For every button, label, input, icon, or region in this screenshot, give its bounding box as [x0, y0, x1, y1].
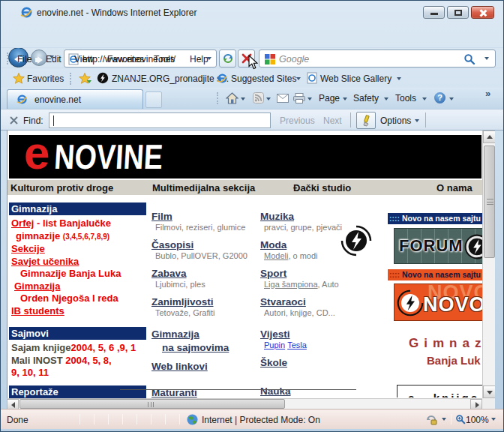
sidebar-item-orfej[interactable]: Orfej - list Banjalučke — [11, 218, 146, 230]
safety-dropdown-icon[interactable] — [384, 98, 388, 100]
nav-o-nama[interactable]: O nama — [436, 182, 472, 194]
safety-menu-button[interactable]: Safety — [353, 93, 379, 104]
menu-view[interactable]: View — [71, 52, 97, 66]
title-bar[interactable]: enovine.net - Windows Internet Explorer — [1, 1, 504, 23]
menu-tools[interactable]: Tools — [151, 52, 178, 66]
sidebar-item-sajam-knjige[interactable]: Sajam knjige2004, 5, 6 ,9, 1 — [11, 342, 146, 355]
tools-dropdown-icon[interactable] — [422, 98, 427, 100]
scroll-left-button[interactable] — [7, 399, 19, 410]
help-dropdown-icon[interactable] — [449, 98, 454, 100]
tab-bar: enovine.net Page Safety Tools — [1, 88, 504, 109]
security-refresh-icon[interactable] — [425, 414, 437, 426]
page-menu-button[interactable]: Page — [319, 93, 340, 104]
link-zanimljivosti[interactable]: Zanimljivosti — [152, 296, 214, 308]
feeds-dropdown-icon[interactable] — [266, 98, 271, 100]
favorites-link-znanje[interactable]: ZNANJE.ORG_pronadjite s... — [112, 74, 229, 84]
link-muzika[interactable]: Muzika — [260, 211, 294, 222]
scroll-down-button[interactable] — [483, 386, 496, 398]
find-next-button[interactable]: Next — [323, 116, 342, 126]
help-icon[interactable]: ? — [434, 92, 446, 104]
link-zabava[interactable]: Zabava — [152, 268, 187, 279]
favorites-link-web-slice-gallery[interactable]: Web Slice Gallery — [320, 74, 392, 84]
sidebar-item-mali-inost[interactable]: Mali INOST 2004, 5, 8, — [11, 355, 146, 368]
link-stvaraoci[interactable]: Stvaraoci — [260, 296, 306, 308]
print-dropdown-icon[interactable] — [308, 98, 312, 100]
nav-multimedijalna[interactable]: Multimedijalna sekcija — [152, 182, 255, 194]
close-button[interactable] — [471, 6, 494, 19]
find-close-icon[interactable] — [10, 116, 18, 124]
sidebar-item-gimnazije[interactable]: gimnazije (3,4,5,6,7,8,9) — [11, 230, 146, 244]
toolbar-grip[interactable] — [7, 52, 9, 64]
tools-menu-button[interactable]: Tools — [395, 93, 416, 104]
find-options-dropdown-icon[interactable] — [415, 119, 419, 122]
vertical-scrollbar[interactable] — [482, 130, 495, 398]
home-dropdown-icon[interactable] — [241, 98, 245, 100]
link-tesla[interactable]: Tesla — [287, 340, 307, 350]
link-casopisi[interactable]: Časopisi — [152, 239, 194, 250]
rss-feed-icon[interactable] — [253, 92, 264, 104]
favorites-link-suggested-sites[interactable]: Suggested Sites — [231, 74, 296, 84]
horizontal-scrollbar[interactable] — [7, 398, 482, 409]
link-sport[interactable]: Sport — [260, 268, 286, 279]
link-gimnazija[interactable]: Gimnazija — [152, 328, 200, 340]
toolbar-grip[interactable] — [217, 92, 219, 104]
page-dropdown-icon[interactable] — [343, 98, 347, 100]
zoom-magnifier-icon[interactable] — [455, 414, 466, 424]
sidebar-links: Orfej - list Banjalučke gimnazije (3,4,5… — [9, 215, 146, 317]
link-web-linkovi[interactable]: Web linkovi — [152, 361, 208, 372]
sidebar-item-gimnazije-banja-luka[interactable]: Gimnazije Banja Luka — [11, 268, 146, 280]
sidebar-item-sekcije[interactable]: Sekcije — [11, 243, 146, 256]
menu-favorites[interactable]: Favorites — [104, 52, 147, 66]
partial-banner[interactable]: e - knjige — [397, 385, 482, 398]
print-icon[interactable] — [293, 93, 305, 104]
link-liga-sampiona[interactable]: Liga šampiona — [264, 280, 318, 289]
link-film[interactable]: Film — [152, 211, 172, 222]
forum-banner[interactable]: FORUM — [394, 228, 482, 264]
nav-djacki-studio[interactable]: Đački studio — [293, 182, 351, 194]
home-icon[interactable] — [226, 92, 238, 104]
scroll-up-button[interactable] — [483, 130, 496, 143]
sport-subtext: Liga šampiona, Auto — [260, 280, 382, 290]
add-favorite-icon[interactable] — [79, 73, 92, 84]
security-dropdown-icon[interactable] — [442, 418, 446, 421]
web-slice-dropdown-icon[interactable] — [397, 77, 401, 80]
find-input[interactable] — [49, 112, 271, 128]
suggested-sites-dropdown-icon[interactable] — [296, 77, 301, 80]
menu-help[interactable]: Help — [187, 52, 212, 66]
find-previous-button[interactable]: Previous — [280, 116, 315, 126]
site-logo-banner[interactable]: e NOVINE — [9, 135, 482, 178]
toolbar-overflow-chevron[interactable]: » — [485, 88, 490, 99]
zoom-level[interactable]: 100% — [466, 415, 489, 425]
vertical-scroll-thumb[interactable] — [484, 146, 495, 258]
novo-banner[interactable]: NOVO NOVO — [394, 284, 482, 321]
horizontal-scroll-thumb[interactable] — [20, 399, 285, 409]
link-skole[interactable]: Škole — [260, 357, 287, 368]
nav-kulturom[interactable]: Kulturom protiv droge — [10, 182, 113, 194]
link-na-sajmovima[interactable]: na sajmovima — [162, 342, 229, 353]
new-tab-stub[interactable] — [146, 92, 162, 108]
maximize-button[interactable] — [447, 6, 469, 19]
link-vijesti[interactable]: Vijesti — [260, 328, 290, 340]
sidebar-item-savjet-ucenika[interactable]: Savjet učenika — [11, 256, 146, 268]
sidebar-item-gimnazija[interactable]: Gimnazija — [11, 280, 146, 293]
toolbar-grip[interactable] — [70, 73, 72, 85]
link-modeli[interactable]: Modeli — [264, 251, 288, 260]
highlight-all-button[interactable] — [356, 112, 376, 129]
menu-file[interactable]: File — [14, 52, 34, 66]
menu-edit[interactable]: Edit — [43, 52, 64, 66]
scroll-right-button[interactable] — [470, 399, 482, 410]
tab-enovine[interactable]: enovine.net — [7, 89, 143, 109]
separator — [122, 414, 123, 424]
find-options-button[interactable]: Options — [380, 116, 411, 126]
link-pupin[interactable]: Pupin — [264, 340, 285, 350]
right-arrow-icon — [476, 402, 479, 408]
zoom-dropdown-icon[interactable] — [491, 418, 496, 421]
link-nauka[interactable]: Nauka — [260, 386, 291, 397]
minimize-button[interactable] — [423, 6, 445, 19]
sidebar-item-ib-students[interactable]: IB students — [11, 305, 146, 318]
mail-icon[interactable] — [277, 94, 289, 103]
sidebar-item-orden[interactable]: Orden Njegoša I reda — [11, 292, 146, 305]
sidebar-item-inost-years[interactable]: 9, 10, 11 — [11, 367, 146, 380]
favorites-button[interactable]: Favorites — [27, 74, 64, 84]
link-moda[interactable]: Moda — [260, 239, 286, 250]
